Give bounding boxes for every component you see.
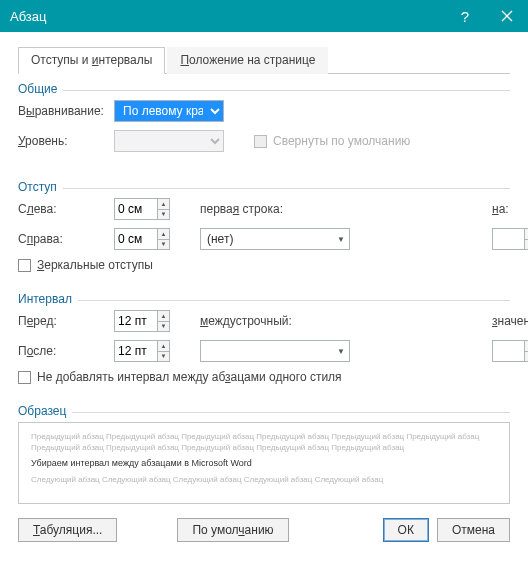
group-general: Общие Выравнивание: По левому краю Урове… <box>18 80 510 152</box>
indent-right-input[interactable] <box>115 229 157 249</box>
indent-left-label: Слева: <box>18 202 108 216</box>
indent-special-label: первая строка: <box>200 202 340 216</box>
preview-main-text: Убираем интервал между абзацами в Micros… <box>31 457 497 470</box>
tab-page-position[interactable]: Положение на странице <box>167 47 328 74</box>
spin-down-icon[interactable]: ▼ <box>158 239 169 250</box>
chevron-down-icon: ▼ <box>337 235 345 244</box>
preview-prev-text: Предыдущий абзац Предыдущий абзац Предыд… <box>31 431 497 453</box>
indent-special-value: (нет) <box>207 232 233 246</box>
cancel-button[interactable]: Отмена <box>437 518 510 542</box>
dialog-title: Абзац <box>10 9 46 24</box>
collapse-checkbox: Свернуты по умолчанию <box>254 134 510 148</box>
line-spacing-label: междустрочный: <box>200 314 340 328</box>
space-before-label: Перед: <box>18 314 108 328</box>
defaults-button[interactable]: По умолчанию <box>177 518 288 542</box>
level-label: Уровень: <box>18 134 108 148</box>
tabs-button[interactable]: Табуляция... <box>18 518 117 542</box>
group-preview-label: Образец <box>18 402 66 422</box>
group-spacing: Интервал Перед: ▲▼ междустрочный: значен… <box>18 290 510 384</box>
checkbox-icon <box>254 135 267 148</box>
no-space-same-style-label: Не добавлять интервал между абзацами одн… <box>37 370 342 384</box>
indent-right-spinner[interactable]: ▲▼ <box>114 228 170 250</box>
checkbox-icon <box>18 371 31 384</box>
preview-next-text: Следующий абзац Следующий абзац Следующи… <box>31 474 497 485</box>
preview-box: Предыдущий абзац Предыдущий абзац Предыд… <box>18 422 510 504</box>
group-indent-label: Отступ <box>18 178 57 198</box>
spin-down-icon[interactable]: ▼ <box>158 351 169 362</box>
space-before-spinner[interactable]: ▲▼ <box>114 310 170 332</box>
tab-strip: Отступы и интервалы Положение на страниц… <box>18 46 510 74</box>
collapse-label: Свернуты по умолчанию <box>273 134 410 148</box>
button-bar: Табуляция... По умолчанию ОК Отмена <box>18 518 510 542</box>
spin-up-icon[interactable]: ▲ <box>158 341 169 351</box>
indent-by-spinner[interactable]: ▲▼ <box>492 228 528 250</box>
space-after-spinner[interactable]: ▲▼ <box>114 340 170 362</box>
ok-button[interactable]: ОК <box>383 518 429 542</box>
align-select[interactable]: По левому краю <box>114 100 224 122</box>
indent-by-label: на: <box>492 202 528 216</box>
help-button[interactable]: ? <box>444 0 486 32</box>
checkbox-icon <box>18 259 31 272</box>
spin-up-icon[interactable]: ▲ <box>158 311 169 321</box>
line-at-input[interactable] <box>493 341 524 361</box>
indent-by-input[interactable] <box>493 229 524 249</box>
indent-right-label: Справа: <box>18 232 108 246</box>
mirror-indents-label: Зеркальные отступы <box>37 258 153 272</box>
space-before-input[interactable] <box>115 311 157 331</box>
indent-left-spinner[interactable]: ▲▼ <box>114 198 170 220</box>
spin-down-icon[interactable]: ▼ <box>158 209 169 220</box>
line-at-spinner[interactable]: ▲▼ <box>492 340 528 362</box>
group-general-label: Общие <box>18 80 57 100</box>
space-after-label: После: <box>18 344 108 358</box>
spin-up-icon[interactable]: ▲ <box>158 229 169 239</box>
indent-special-combo[interactable]: (нет) ▼ <box>200 228 350 250</box>
indent-left-input[interactable] <box>115 199 157 219</box>
mirror-indents-checkbox[interactable]: Зеркальные отступы <box>18 258 510 272</box>
align-label: Выравнивание: <box>18 104 108 118</box>
line-spacing-combo[interactable]: ▼ <box>200 340 350 362</box>
tab-indents-spacing[interactable]: Отступы и интервалы <box>18 47 165 74</box>
level-select[interactable] <box>114 130 224 152</box>
group-preview: Образец Предыдущий абзац Предыдущий абза… <box>18 402 510 504</box>
group-spacing-label: Интервал <box>18 290 72 310</box>
spin-up-icon[interactable]: ▲ <box>158 199 169 209</box>
space-after-input[interactable] <box>115 341 157 361</box>
titlebar: Абзац ? <box>0 0 528 32</box>
chevron-down-icon: ▼ <box>337 347 345 356</box>
group-indent: Отступ Слева: ▲▼ первая строка: на: Спра… <box>18 178 510 272</box>
line-at-label: значение: <box>492 314 528 328</box>
spin-down-icon[interactable]: ▼ <box>158 321 169 332</box>
no-space-same-style-checkbox[interactable]: Не добавлять интервал между абзацами одн… <box>18 370 510 384</box>
close-button[interactable] <box>486 0 528 32</box>
